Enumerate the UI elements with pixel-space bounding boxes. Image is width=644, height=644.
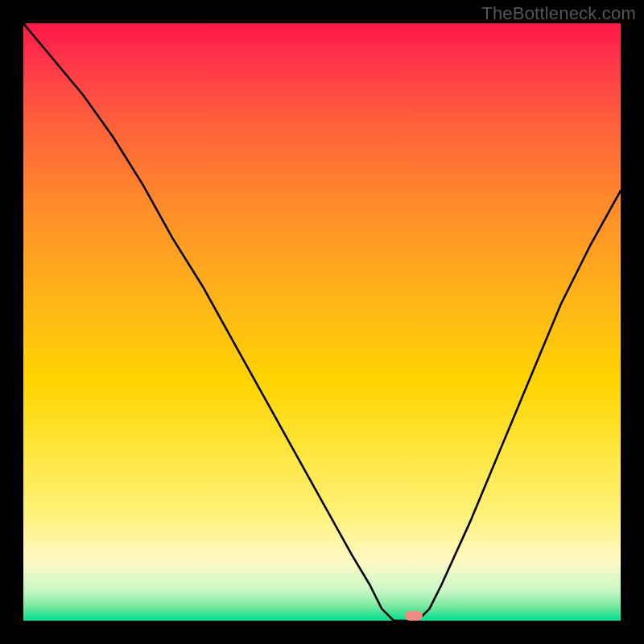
gradient-rect bbox=[23, 23, 621, 621]
chart-frame: TheBottleneck.com bbox=[0, 0, 644, 644]
plot-area bbox=[23, 23, 621, 621]
watermark-text: TheBottleneck.com bbox=[481, 3, 636, 24]
optimal-marker bbox=[405, 611, 423, 621]
plot-svg bbox=[23, 23, 621, 621]
